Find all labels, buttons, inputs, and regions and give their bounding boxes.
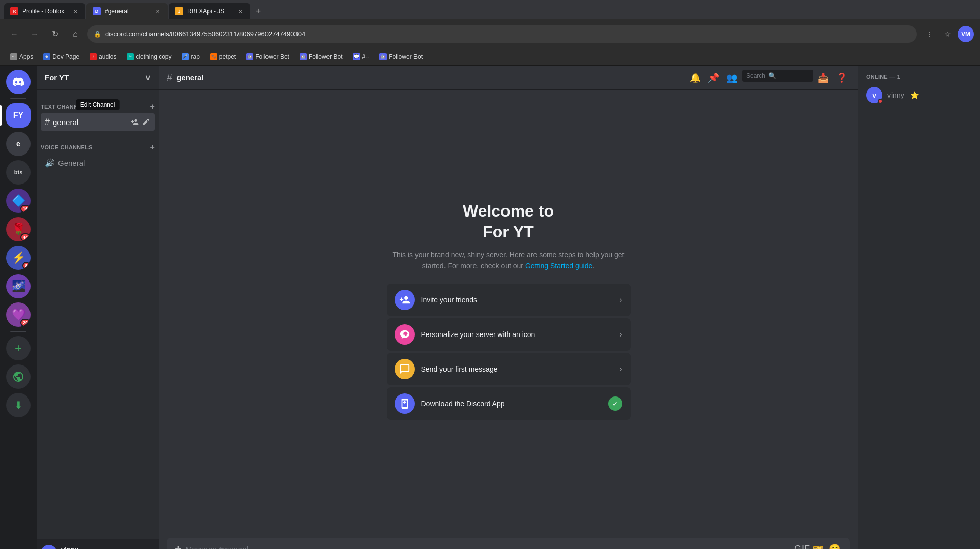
bookmark-followerbot2[interactable]: 🤖 Follower Bot: [295, 52, 347, 62]
channel-header-actions: 🔔 📌 👥 Search 🔍 📥 ❓: [687, 70, 850, 86]
add-text-channel-button[interactable]: +: [150, 102, 155, 111]
message-card-chevron-icon: ›: [619, 364, 622, 374]
channel-item-voice-general[interactable]: 🔊 General: [41, 154, 155, 171]
members-button[interactable]: 👥: [724, 70, 740, 86]
member-badge-vinny: ⭐: [910, 91, 919, 99]
tab-favicon-roblox: R: [10, 7, 18, 15]
server-notif-pink: 44: [20, 233, 31, 241]
add-server-button[interactable]: +: [6, 336, 31, 360]
inbox-button[interactable]: 📥: [815, 70, 831, 86]
invite-card-chevron-icon: ›: [619, 295, 622, 304]
rap-bookmark-icon: 🎤: [182, 53, 189, 60]
server-icon-hex[interactable]: 🔷 16: [6, 189, 31, 213]
message-attachment-button[interactable]: +: [175, 542, 182, 549]
server-active-pill: [0, 105, 2, 126]
bookmark-rap[interactable]: 🎤 rap: [177, 52, 203, 62]
user-avatar[interactable]: v: [41, 545, 57, 550]
channel-list: TEXT CHANNELS + # general Edit Channel: [37, 90, 159, 539]
audios-bookmark-icon: ♪: [90, 53, 97, 60]
tab-favicon-js: J: [175, 7, 183, 15]
pin-button[interactable]: 📌: [705, 70, 722, 86]
welcome-card-download[interactable]: Download the Discord App ✓: [387, 387, 631, 420]
server-icon-pink[interactable]: 🌹 44: [6, 217, 31, 241]
profile-button[interactable]: VM: [958, 26, 974, 42]
personalize-card-icon: [395, 324, 415, 345]
server-icon-bts[interactable]: bts: [6, 160, 31, 185]
extensions-button[interactable]: ⋮: [921, 26, 937, 42]
voice-channels-label: VOICE CHANNELS: [41, 144, 92, 150]
help-button[interactable]: ❓: [834, 70, 850, 86]
browser-tab-roblox[interactable]: R Profile - Roblox ✕: [4, 3, 85, 19]
tab-close-js[interactable]: ✕: [236, 7, 244, 15]
server-icon-galaxy[interactable]: 🌌: [6, 274, 31, 298]
download-discord-button[interactable]: ⬇: [6, 393, 31, 417]
devpage-bookmark-icon: ◆: [43, 53, 50, 60]
rap-bookmark-label: rap: [191, 53, 199, 60]
welcome-card-message[interactable]: Send your first message ›: [387, 353, 631, 385]
channel-item-general[interactable]: # general Edit Channel: [41, 113, 155, 131]
text-channel-icon: #: [45, 117, 50, 128]
devpage-bookmark-label: Dev Page: [52, 53, 79, 60]
channel-header-hash-icon: #: [167, 72, 172, 83]
browser-tab-discord[interactable]: D #general ✕: [86, 3, 168, 19]
mute-button[interactable]: 🎙: [110, 546, 124, 550]
bookmark-chat[interactable]: 💬 #--: [349, 52, 374, 62]
user-settings-button[interactable]: ⚙: [140, 546, 155, 550]
bookmark-apps[interactable]: ⋯ Apps: [6, 52, 37, 62]
channel-header: # general 🔔 📌 👥 Search 🔍 📥 ❓: [159, 66, 858, 90]
tab-close-roblox[interactable]: ✕: [71, 7, 79, 15]
server-abbr-e: e: [16, 140, 20, 148]
server-icon-fy[interactable]: FY: [6, 103, 31, 128]
bookmark-followerbot1[interactable]: 🤖 Follower Bot: [242, 52, 293, 62]
notification-bell-button[interactable]: 🔔: [687, 70, 703, 86]
deafen-button[interactable]: 🎧: [125, 546, 139, 550]
download-card-checkmark: ✓: [608, 396, 622, 411]
user-info: vinny #9305: [61, 546, 106, 549]
welcome-card-personalize[interactable]: Personalize your server with an icon ›: [387, 318, 631, 351]
edit-channel-button[interactable]: Edit Channel: [141, 117, 151, 127]
bookmark-clothing[interactable]: ✂ clothing copy: [123, 52, 175, 62]
server-icon-home[interactable]: [6, 70, 31, 94]
forward-button[interactable]: →: [26, 26, 43, 42]
member-item-vinny[interactable]: v vinny ⭐: [862, 84, 976, 106]
bookmark-audios[interactable]: ♪ audios: [85, 52, 121, 62]
bookmark-button[interactable]: ☆: [939, 26, 956, 42]
emoji-button[interactable]: 😊: [827, 542, 842, 549]
clothing-bookmark-icon: ✂: [127, 53, 134, 60]
add-voice-channel-button[interactable]: +: [150, 143, 155, 152]
new-tab-button[interactable]: +: [251, 4, 265, 18]
back-button[interactable]: ←: [6, 26, 22, 42]
tab-close-discord[interactable]: ✕: [154, 7, 162, 15]
home-button[interactable]: ⌂: [67, 26, 83, 42]
getting-started-link[interactable]: Getting Started guide: [525, 262, 592, 270]
welcome-title-line1: Welcome to: [463, 202, 554, 220]
channel-header-name: general: [176, 73, 203, 82]
server-icon-s29[interactable]: 💜 29: [6, 302, 31, 327]
message-input[interactable]: [186, 545, 791, 550]
browser-chrome: R Profile - Roblox ✕ D #general ✕ J RBLX…: [0, 0, 980, 66]
browser-tab-js[interactable]: J RBLXApi - JS ✕: [169, 3, 250, 19]
welcome-card-invite[interactable]: Invite your friends ›: [387, 284, 631, 316]
server-header[interactable]: For YT ∨: [37, 66, 159, 90]
followerbot3-bookmark-icon: 🤖: [379, 53, 387, 60]
voice-channel-icon: 🔊: [45, 158, 55, 168]
bookmark-devpage[interactable]: ◆ Dev Page: [39, 52, 83, 62]
personalize-card-label: Personalize your server with an icon: [421, 330, 614, 339]
server-icon-e[interactable]: e: [6, 132, 31, 156]
gif-button[interactable]: GIF: [795, 542, 809, 549]
sticker-button[interactable]: 🎫: [811, 542, 825, 549]
tab-title-discord: #general: [105, 8, 150, 15]
explore-servers-button[interactable]: [6, 364, 31, 389]
search-bar[interactable]: Search 🔍: [742, 70, 813, 82]
welcome-title: Welcome to For YT: [463, 201, 554, 243]
address-bar[interactable]: 🔒 discord.com/channels/80661349755060231…: [87, 25, 917, 43]
reload-button[interactable]: ↻: [47, 26, 63, 42]
member-avatar-abbr-vinny: v: [872, 92, 876, 99]
server-icon-lightning[interactable]: ⚡ 8: [6, 246, 31, 270]
bookmark-petpet[interactable]: 🐾 petpet: [206, 52, 240, 62]
tab-title-roblox: Profile - Roblox: [22, 8, 67, 15]
bookmark-followerbot3[interactable]: 🤖 Follower Bot: [375, 52, 427, 62]
add-member-channel-button[interactable]: [130, 117, 139, 127]
channel-actions: Edit Channel: [130, 117, 151, 127]
server-abbr-fy: FY: [13, 111, 23, 120]
